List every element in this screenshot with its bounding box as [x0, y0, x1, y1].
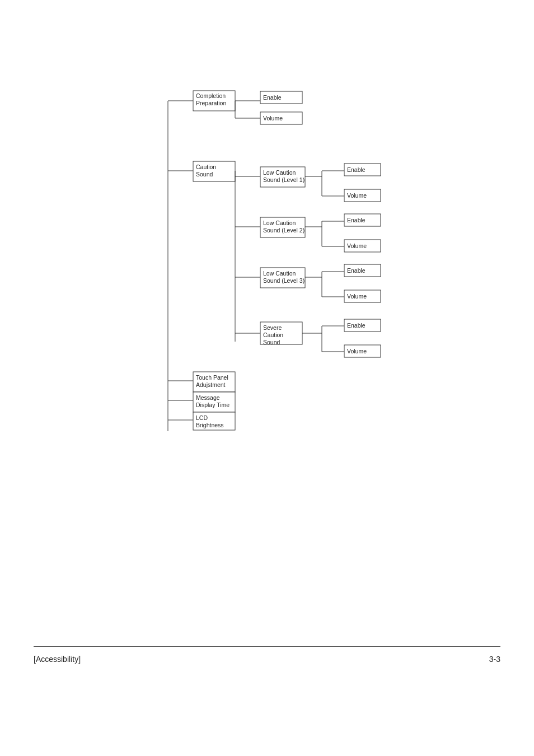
- svg-text:Volume: Volume: [347, 192, 367, 199]
- svg-text:Sound (Level 1): Sound (Level 1): [263, 176, 305, 183]
- svg-text:Sound: Sound: [196, 171, 213, 178]
- svg-text:Low Caution: Low Caution: [263, 220, 296, 226]
- svg-text:Volume: Volume: [347, 348, 367, 354]
- svg-text:Sound (Level 2): Sound (Level 2): [263, 227, 305, 234]
- svg-text:Enable: Enable: [347, 267, 366, 274]
- svg-text:LCD: LCD: [196, 414, 208, 421]
- svg-text:Enable: Enable: [347, 217, 366, 223]
- svg-text:Brightness: Brightness: [196, 422, 224, 428]
- svg-text:Volume: Volume: [263, 115, 283, 122]
- footer-right-label: 3-3: [489, 655, 500, 664]
- svg-text:Touch Panel: Touch Panel: [196, 374, 228, 381]
- svg-text:Message: Message: [196, 394, 220, 401]
- tree-diagram: Completion Preparation Enable Volume Cau…: [112, 84, 425, 476]
- svg-text:Sound: Sound: [263, 339, 280, 346]
- svg-text:Low Caution: Low Caution: [263, 270, 296, 277]
- svg-text:Sound (Level 3): Sound (Level 3): [263, 277, 305, 284]
- svg-text:Volume: Volume: [347, 293, 367, 300]
- svg-text:Caution: Caution: [196, 164, 216, 170]
- svg-text:Enable: Enable: [347, 322, 366, 329]
- page: [Accessibility] 3-3 Completion Preparati…: [0, 0, 534, 756]
- footer-divider: [34, 646, 500, 647]
- svg-text:Low Caution: Low Caution: [263, 169, 296, 176]
- svg-text:Display Time: Display Time: [196, 402, 229, 408]
- svg-text:Enable: Enable: [263, 94, 282, 101]
- svg-text:Enable: Enable: [347, 166, 366, 173]
- svg-text:Adujstment: Adujstment: [196, 381, 226, 388]
- footer-left-label: [Accessibility]: [34, 655, 81, 664]
- svg-text:Preparation: Preparation: [196, 100, 226, 106]
- svg-text:Volume: Volume: [347, 242, 367, 249]
- svg-text:Completion: Completion: [196, 92, 226, 99]
- svg-text:Severe: Severe: [263, 324, 282, 331]
- svg-text:Caution: Caution: [263, 332, 283, 338]
